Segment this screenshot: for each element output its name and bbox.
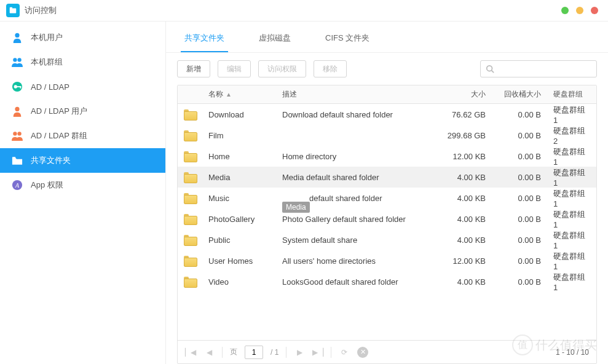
table-row[interactable]: Download Download default shared folder … bbox=[178, 104, 596, 125]
add-button[interactable]: 新增 bbox=[177, 60, 210, 77]
cell-size: 4.00 KB bbox=[430, 188, 492, 208]
column-name[interactable]: 名称▲ bbox=[202, 85, 276, 103]
cell-size: 4.00 KB bbox=[430, 208, 492, 229]
last-page-button[interactable]: ▶▕ bbox=[312, 348, 323, 357]
cell-size: 76.62 GB bbox=[430, 104, 492, 125]
page-label: 页 bbox=[230, 347, 237, 357]
tabs: 共享文件夹虚拟磁盘CIFS 文件夹 bbox=[166, 22, 608, 53]
edit-button[interactable]: 编辑 bbox=[218, 60, 251, 77]
cell-recycle: 0.00 B bbox=[492, 208, 547, 229]
access-button[interactable]: 访问权限 bbox=[258, 60, 306, 77]
tab-2[interactable]: CIFS 文件夹 bbox=[322, 28, 373, 52]
tab-1[interactable]: 虚拟磁盘 bbox=[255, 28, 294, 52]
cell-disk: 硬盘群组 1 bbox=[547, 104, 596, 125]
folder-icon bbox=[184, 277, 196, 287]
sidebar-item-1[interactable]: 本机群组 bbox=[0, 50, 165, 74]
sidebar-item-label: AD / LDAP 用户 bbox=[31, 106, 87, 117]
column-recycle[interactable]: 回收桶大小 bbox=[492, 85, 547, 103]
folder-icon bbox=[184, 214, 196, 224]
cell-desc: All users' home directories bbox=[282, 256, 376, 266]
sidebar-item-label: 共享文件夹 bbox=[31, 155, 71, 166]
cell-desc: Photo Gallery default shared folder bbox=[282, 215, 406, 224]
table-row[interactable]: Film 299.68 GB 0.00 B 硬盘群组 2 bbox=[178, 125, 596, 146]
tab-0[interactable]: 共享文件夹 bbox=[181, 28, 228, 52]
sidebar-item-5[interactable]: 共享文件夹 bbox=[0, 148, 165, 173]
table-body: Download Download default shared folder … bbox=[178, 104, 596, 340]
cell-disk: 硬盘群组 1 bbox=[547, 146, 596, 167]
close-button[interactable] bbox=[591, 7, 598, 14]
table-row[interactable]: Video LooksGood default shared folder 4.… bbox=[178, 271, 596, 292]
cell-name: Video bbox=[202, 271, 276, 292]
cell-recycle: 0.00 B bbox=[492, 125, 547, 146]
refresh-button[interactable]: ⟳ bbox=[339, 348, 350, 357]
sidebar-item-4[interactable]: AD / LDAP 群组 bbox=[0, 124, 165, 148]
cell-recycle: 0.00 B bbox=[492, 229, 547, 250]
cell-disk: 硬盘群组 1 bbox=[547, 271, 596, 292]
cell-size: 4.00 KB bbox=[430, 271, 492, 292]
column-desc[interactable]: 描述 bbox=[276, 85, 430, 103]
cell-disk: 硬盘群组 1 bbox=[547, 208, 596, 229]
group-icon bbox=[11, 130, 23, 142]
app-icon bbox=[6, 4, 20, 17]
folder-icon bbox=[184, 172, 196, 182]
next-page-button[interactable]: ▶ bbox=[294, 348, 305, 357]
svg-rect-1 bbox=[10, 7, 12, 9]
cell-disk: 硬盘群组 2 bbox=[547, 125, 596, 146]
sidebar: 本机用户本机群组AD / LDAPAD / LDAP 用户AD / LDAP 群… bbox=[0, 22, 166, 364]
remove-button[interactable]: 移除 bbox=[314, 60, 347, 77]
table-row[interactable]: Music Mediadefault shared folder 4.00 KB… bbox=[178, 188, 596, 208]
cell-disk: 硬盘群组 1 bbox=[547, 188, 596, 208]
sidebar-item-0[interactable]: 本机用户 bbox=[0, 25, 165, 50]
search-box[interactable] bbox=[480, 60, 597, 77]
cell-desc: System default share bbox=[282, 235, 357, 245]
sidebar-item-label: App 权限 bbox=[31, 180, 63, 191]
tooltip: Media bbox=[282, 202, 310, 213]
cell-desc: LooksGood default shared folder bbox=[282, 277, 398, 287]
table-row[interactable]: Public System default share 4.00 KB 0.00… bbox=[178, 229, 596, 250]
user-icon bbox=[11, 31, 23, 44]
svg-point-11 bbox=[17, 132, 21, 135]
folder-icon bbox=[184, 109, 196, 119]
cell-name: Film bbox=[202, 125, 276, 146]
clear-filter-button[interactable]: ✕ bbox=[357, 347, 368, 358]
total-pages: / 1 bbox=[270, 348, 278, 357]
folder-icon bbox=[11, 154, 23, 167]
table-row[interactable]: PhotoGallery Photo Gallery default share… bbox=[178, 208, 596, 229]
cell-desc: default shared folder bbox=[309, 194, 382, 203]
svg-point-10 bbox=[13, 132, 17, 135]
maximize-button[interactable] bbox=[576, 7, 583, 14]
folder-icon bbox=[184, 193, 196, 203]
cell-size: 4.00 KB bbox=[430, 229, 492, 250]
minimize-button[interactable] bbox=[561, 7, 569, 14]
sidebar-item-2[interactable]: AD / LDAP bbox=[0, 74, 165, 99]
search-input[interactable] bbox=[498, 65, 591, 73]
key-icon bbox=[11, 81, 23, 93]
cell-recycle: 0.00 B bbox=[492, 188, 547, 208]
cell-recycle: 0.00 B bbox=[492, 167, 547, 188]
table-row[interactable]: Home Home directory 12.00 KB 0.00 B 硬盘群组… bbox=[178, 146, 596, 167]
table-row[interactable]: User Homes All users' home directories 1… bbox=[178, 250, 596, 271]
sidebar-item-3[interactable]: AD / LDAP 用户 bbox=[0, 99, 165, 124]
svg-point-3 bbox=[13, 58, 17, 61]
app-icon: A bbox=[11, 179, 23, 191]
cell-recycle: 0.00 B bbox=[492, 250, 547, 271]
cell-size: 12.00 KB bbox=[430, 250, 492, 271]
svg-rect-12 bbox=[12, 157, 15, 159]
page-input[interactable] bbox=[245, 346, 263, 359]
toolbar: 新增 编辑 访问权限 移除 bbox=[166, 53, 608, 85]
svg-point-2 bbox=[15, 33, 19, 38]
column-disk[interactable]: 硬盘群组 bbox=[547, 85, 596, 103]
sidebar-item-6[interactable]: AApp 权限 bbox=[0, 173, 165, 197]
sidebar-item-label: 本机群组 bbox=[31, 57, 63, 68]
first-page-button[interactable]: ▏◀ bbox=[185, 348, 196, 357]
cell-disk: 硬盘群组 1 bbox=[547, 167, 596, 188]
svg-text:A: A bbox=[15, 182, 20, 189]
cell-name: PhotoGallery bbox=[202, 208, 276, 229]
cell-desc: Download default shared folder bbox=[282, 110, 393, 119]
svg-point-4 bbox=[17, 58, 21, 61]
table-row[interactable]: Media Media default shared folder 4.00 K… bbox=[178, 167, 596, 188]
table: 名称▲ 描述 大小 回收桶大小 硬盘群组 Download Download d… bbox=[177, 85, 597, 364]
column-size[interactable]: 大小 bbox=[430, 85, 492, 103]
sort-asc-icon: ▲ bbox=[226, 91, 232, 98]
prev-page-button[interactable]: ◀ bbox=[203, 348, 215, 357]
